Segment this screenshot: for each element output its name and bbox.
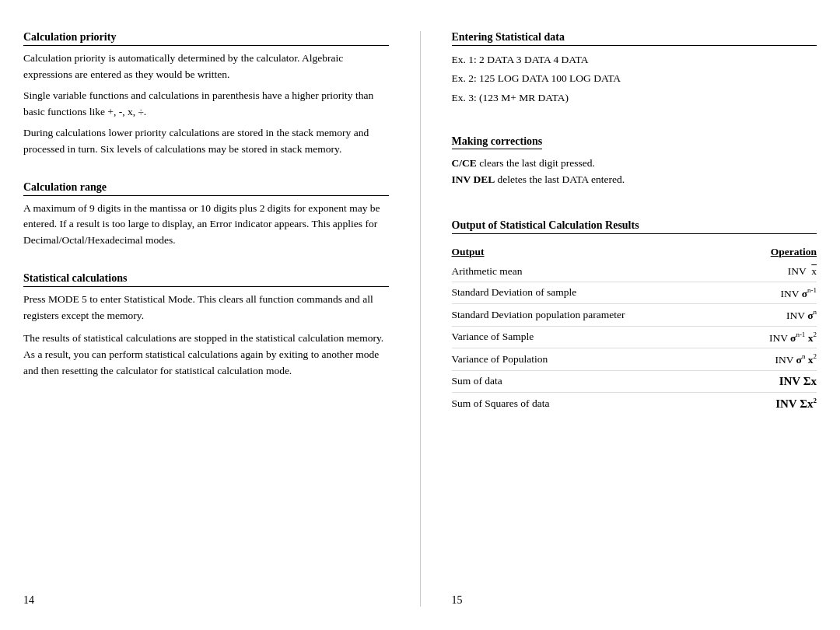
table-row: Variance of Sample INV σn-1 x2: [452, 326, 817, 348]
right-page: Entering Statistical data Ex. 1: 2 DATA …: [421, 31, 817, 607]
calc-range-title: Calculation range: [23, 181, 389, 196]
making-corrections-section: Making corrections C/CE clears the last …: [452, 135, 817, 188]
statistical-calc-title: Statistical calculations: [23, 272, 389, 287]
calc-priority-section: Calculation priority Calculation priorit…: [23, 31, 389, 158]
entering-stats-section: Entering Statistical data Ex. 1: 2 DATA …: [452, 31, 817, 107]
table-row: Standard Deviation of sample INV σn-1: [452, 282, 817, 304]
statistical-calc-section: Statistical calculations Press MODE 5 to…: [23, 272, 389, 380]
row-op-6: INV Σx: [670, 370, 817, 392]
row-op-4: INV σn-1 x2: [670, 326, 817, 348]
examples-block: Ex. 1: 2 DATA 3 DATA 4 DATA Ex. 2: 125 L…: [452, 51, 817, 107]
right-page-number: 15: [452, 594, 817, 607]
example-3: Ex. 3: (123 M+ MR DATA): [452, 89, 817, 107]
calc-priority-p1: Calculation priority is automatically de…: [23, 51, 389, 83]
calc-range-section: Calculation range A maximum of 9 digits …: [23, 181, 389, 250]
row-op-1: INV x: [670, 261, 817, 282]
output-stats-title: Output of Statistical Calculation Result…: [452, 219, 817, 234]
example-1: Ex. 1: 2 DATA 3 DATA 4 DATA: [452, 51, 817, 69]
stats-table-header: Output Operation: [452, 242, 817, 261]
row-op-3: INV σn: [670, 304, 817, 327]
row-output-2: Standard Deviation of sample: [452, 282, 671, 304]
row-output-1: Arithmetic mean: [452, 261, 671, 282]
row-output-5: Variance of Population: [452, 348, 671, 371]
stats-table: Output Operation Arithmetic mean INV x S…: [452, 242, 817, 415]
statistical-calc-p1: Press MODE 5 to enter Statistical Mode. …: [23, 292, 389, 324]
col-header-operation: Operation: [670, 242, 817, 261]
row-output-6: Sum of data: [452, 370, 671, 392]
row-output-3: Standard Deviation population parameter: [452, 304, 671, 327]
table-row: Variance of Population INV σn x2: [452, 348, 817, 371]
row-output-7: Sum of Squares of data: [452, 392, 671, 415]
calc-priority-title: Calculation priority: [23, 31, 389, 46]
statistical-calc-p2: The results of statistical calculations …: [23, 331, 389, 380]
left-page-number: 14: [23, 594, 389, 607]
calc-priority-p2: Single variable functions and calculatio…: [23, 88, 389, 121]
calc-range-text: A maximum of 9 digits in the mantissa or…: [23, 201, 389, 250]
col-header-output: Output: [452, 242, 671, 261]
calc-priority-p3: During calculations lower priority calcu…: [23, 125, 389, 158]
table-row: Standard Deviation population parameter …: [452, 304, 817, 327]
cce-line: C/CE clears the last digit pressed.: [452, 156, 817, 172]
table-row: Sum of Squares of data INV Σx2: [452, 392, 817, 415]
entering-stats-title: Entering Statistical data: [452, 31, 817, 46]
row-op-7: INV Σx2: [670, 392, 817, 415]
inv-del-text: deletes the last DATA entered.: [498, 173, 625, 185]
table-row: Sum of data INV Σx: [452, 370, 817, 392]
output-stats-section: Output of Statistical Calculation Result…: [452, 219, 817, 415]
table-row: Arithmetic mean INV x: [452, 261, 817, 282]
making-corrections-title: Making corrections: [452, 135, 543, 149]
left-page: Calculation priority Calculation priorit…: [23, 31, 421, 607]
example-2: Ex. 2: 125 LOG DATA 100 LOG DATA: [452, 69, 817, 88]
row-output-4: Variance of Sample: [452, 326, 671, 348]
row-op-5: INV σn x2: [670, 348, 817, 371]
inv-del-line: INV DEL deletes the last DATA entered.: [452, 172, 817, 188]
row-op-2: INV σn-1: [670, 282, 817, 304]
